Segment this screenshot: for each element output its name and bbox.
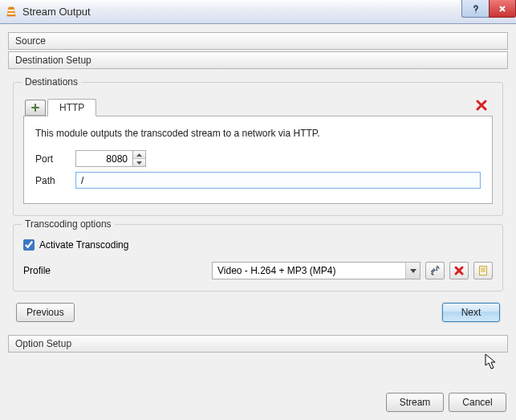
add-destination-tab[interactable]	[25, 100, 46, 116]
x-red-icon	[453, 265, 465, 276]
destination-setup-content: Destinations HTTP This module outputs th…	[8, 71, 508, 335]
profile-value: Video - H.264 + MP3 (MP4)	[217, 265, 336, 276]
port-step-down[interactable]	[133, 159, 145, 166]
path-row: Path	[35, 172, 481, 189]
delete-destination-button[interactable]	[475, 99, 488, 114]
port-label: Port	[35, 153, 75, 165]
mouse-cursor	[485, 353, 499, 371]
port-step-up[interactable]	[133, 151, 145, 159]
path-label: Path	[35, 175, 75, 186]
svg-marker-7	[136, 161, 142, 165]
path-input[interactable]	[75, 172, 481, 189]
cancel-button[interactable]: Cancel	[449, 393, 506, 412]
profile-row: Profile Video - H.264 + MP3 (MP4)	[23, 262, 493, 279]
activate-transcoding-row: Activate Transcoding	[23, 239, 493, 251]
port-input[interactable]	[75, 150, 133, 167]
svg-point-3	[475, 11, 476, 12]
next-button[interactable]: Next	[442, 303, 500, 322]
window-buttons	[461, 0, 516, 18]
new-profile-button[interactable]	[473, 262, 493, 279]
chevron-down-icon	[405, 263, 420, 279]
transcoding-group-label: Transcoding options	[22, 218, 115, 230]
close-button[interactable]	[489, 0, 516, 18]
edit-profile-button[interactable]	[425, 262, 445, 279]
app-icon	[5, 6, 18, 18]
destination-tabs: HTTP	[23, 97, 493, 116]
option-setup-section-header[interactable]: Option Setup	[8, 335, 508, 353]
svg-marker-0	[7, 7, 15, 16]
svg-rect-2	[8, 13, 15, 14]
window-title: Stream Output	[22, 6, 91, 18]
activate-transcoding-checkbox[interactable]	[23, 239, 35, 251]
profile-dropdown[interactable]: Video - H.264 + MP3 (MP4)	[212, 262, 421, 279]
previous-button[interactable]: Previous	[16, 303, 75, 322]
help-button[interactable]	[461, 0, 489, 18]
svg-rect-5	[31, 107, 39, 108]
wrench-icon	[429, 265, 441, 276]
profile-label: Profile	[23, 265, 71, 276]
svg-marker-8	[410, 269, 416, 273]
activate-transcoding-label: Activate Transcoding	[39, 239, 128, 251]
titlebar: Stream Output	[0, 0, 516, 24]
destination-setup-section-header[interactable]: Destination Setup	[8, 51, 508, 69]
tab-http[interactable]: HTTP	[47, 99, 96, 116]
port-spinbox[interactable]	[75, 150, 146, 167]
http-tab-content: This module outputs the transcoded strea…	[23, 116, 493, 204]
destinations-group: Destinations HTTP This module outputs th…	[13, 82, 503, 216]
svg-rect-9	[480, 267, 487, 275]
transcoding-group: Transcoding options Activate Transcoding…	[13, 224, 503, 292]
stream-button[interactable]: Stream	[386, 393, 444, 412]
svg-marker-6	[136, 153, 142, 157]
document-icon	[477, 265, 489, 276]
client-area: Source Destination Setup Destinations HT…	[0, 24, 516, 420]
delete-profile-button[interactable]	[449, 262, 469, 279]
port-row: Port	[35, 150, 481, 167]
dialog-footer-buttons: Stream Cancel	[386, 393, 506, 412]
svg-rect-1	[8, 10, 14, 11]
wizard-nav: Previous Next	[8, 300, 508, 330]
destinations-group-label: Destinations	[22, 76, 81, 88]
source-section-header[interactable]: Source	[8, 32, 508, 50]
http-description: This module outputs the transcoded strea…	[35, 128, 481, 139]
